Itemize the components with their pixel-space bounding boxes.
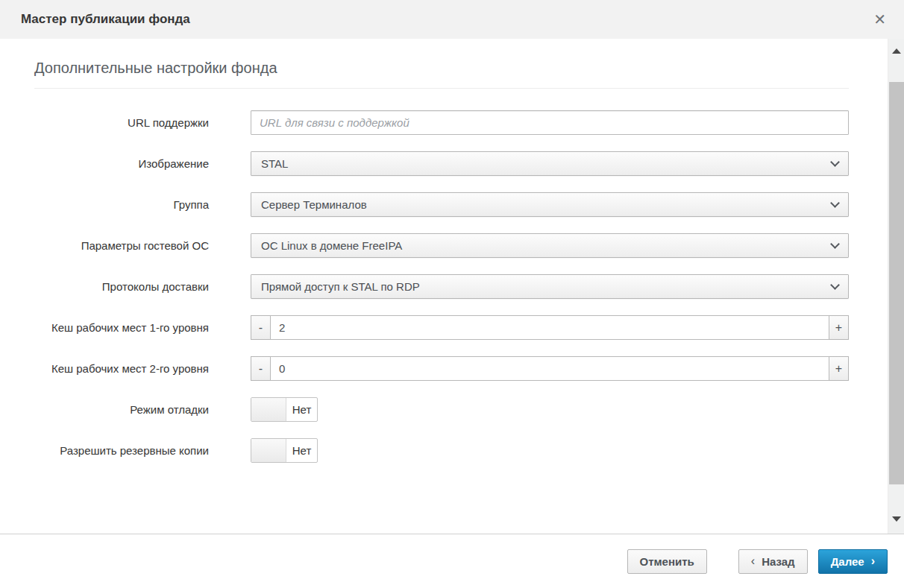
section-title: Дополнительные настройки фонда	[34, 60, 849, 89]
image-label: Изображение	[34, 151, 209, 174]
scroll-down-icon[interactable]	[888, 510, 904, 528]
next-button-label: Далее	[831, 555, 864, 568]
vertical-scrollbar[interactable]	[888, 39, 904, 534]
next-button[interactable]: Далее ›	[818, 549, 888, 574]
dialog-title: Мастер публикации фонда	[21, 12, 190, 27]
group-select-value: Сервер Терминалов	[261, 198, 832, 211]
back-button[interactable]: ‹ Назад	[738, 549, 808, 574]
toggle-state-label: Нет	[286, 398, 317, 421]
field-row-allow-backups: Разрешить резервные копии Нет	[34, 438, 849, 463]
delivery-protocols-label: Протоколы доставки	[34, 274, 209, 297]
plus-button[interactable]: +	[829, 356, 849, 381]
wizard-footer: Отменить ‹ Назад Далее ›	[0, 534, 904, 588]
guest-os-select-value: ОС Linux в домене FreeIPA	[261, 239, 832, 252]
cancel-button[interactable]: Отменить	[627, 549, 707, 574]
delivery-protocols-select[interactable]: Прямой доступ к STAL по RDP	[251, 274, 849, 299]
wizard-header: Мастер публикации фонда ✕	[0, 0, 904, 39]
chevron-left-icon: ‹	[751, 555, 755, 567]
chevron-down-icon	[830, 280, 840, 290]
cache-level-2-label: Кеш рабочих мест 2-го уровня	[34, 356, 209, 379]
chevron-down-icon	[830, 157, 840, 167]
guest-os-select[interactable]: ОС Linux в домене FreeIPA	[251, 233, 849, 258]
plus-button[interactable]: +	[829, 315, 849, 340]
debug-mode-label: Режим отладки	[34, 397, 209, 420]
cache-level-2-input[interactable]	[270, 356, 829, 381]
image-select-value: STAL	[261, 157, 832, 170]
allow-backups-label: Разрешить резервные копии	[34, 438, 209, 461]
field-row-support-url: URL поддержки	[34, 110, 849, 135]
toggle-handle	[251, 439, 286, 462]
image-select[interactable]: STAL	[251, 151, 849, 176]
close-icon[interactable]: ✕	[873, 12, 886, 27]
scroll-up-icon[interactable]	[888, 42, 904, 60]
field-row-debug-mode: Режим отладки Нет	[34, 397, 849, 422]
cache-level-2-stepper: - +	[251, 356, 849, 381]
minus-button[interactable]: -	[251, 315, 271, 340]
group-label: Группа	[34, 192, 209, 215]
group-select[interactable]: Сервер Терминалов	[251, 192, 849, 217]
field-row-delivery-protocols: Протоколы доставки Прямой доступ к STAL …	[34, 274, 849, 299]
debug-mode-toggle[interactable]: Нет	[251, 397, 318, 422]
toggle-handle	[251, 398, 286, 421]
support-url-input[interactable]	[251, 110, 849, 135]
cache-level-1-stepper: - +	[251, 315, 849, 340]
scrollbar-thumb[interactable]	[889, 82, 904, 484]
guest-os-label: Параметры гостевой ОС	[34, 233, 209, 256]
cancel-button-label: Отменить	[640, 555, 694, 568]
cache-level-1-label: Кеш рабочих мест 1-го уровня	[34, 315, 209, 338]
cache-level-1-input[interactable]	[270, 315, 829, 340]
wizard-step-body: Дополнительные настройки фонда URL подде…	[0, 39, 888, 534]
chevron-down-icon	[830, 239, 840, 249]
chevron-down-icon	[830, 198, 840, 208]
support-url-label: URL поддержки	[34, 110, 209, 133]
field-row-guest-os: Параметры гостевой ОС ОС Linux в домене …	[34, 233, 849, 258]
delivery-protocols-select-value: Прямой доступ к STAL по RDP	[261, 280, 832, 293]
field-row-image: Изображение STAL	[34, 151, 849, 176]
wizard-dialog: Мастер публикации фонда ✕ Дополнительные…	[0, 0, 904, 588]
back-button-label: Назад	[762, 555, 794, 568]
field-row-cache-level-2: Кеш рабочих мест 2-го уровня - +	[34, 356, 849, 381]
field-row-group: Группа Сервер Терминалов	[34, 192, 849, 217]
chevron-right-icon: ›	[871, 555, 875, 567]
allow-backups-toggle[interactable]: Нет	[251, 438, 318, 463]
toggle-state-label: Нет	[286, 439, 317, 462]
minus-button[interactable]: -	[251, 356, 271, 381]
field-row-cache-level-1: Кеш рабочих мест 1-го уровня - +	[34, 315, 849, 340]
